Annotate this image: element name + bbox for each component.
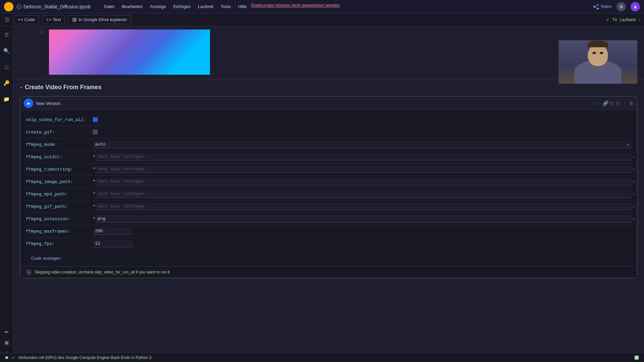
create-gif-label: create_gif:: [26, 130, 93, 135]
add-text-button[interactable]: + + Text: [42, 15, 65, 24]
notebook-title: Deforum_Stable_Diffusion.ipynb: [17, 4, 91, 9]
resize-handle-5[interactable]: ⇅: [632, 205, 635, 208]
content-area: [7] ▾ Create Video From Frames New Versi…: [13, 26, 644, 362]
sidebar-key-icon[interactable]: 🔑: [1, 78, 12, 88]
form-fields: skip_video_for_run_all: create_gif: ffmp…: [20, 110, 637, 253]
share-button[interactable]: Teilen: [593, 4, 612, 9]
ffmpeg-extension-prefix: ": [93, 217, 96, 222]
menu-laufzeit[interactable]: Laufzeit: [195, 3, 217, 10]
drive-copy-button[interactable]: In Google Drive kopieren: [68, 15, 131, 24]
menu-bar: Datei Bearbeiten Anzeige Einfügen Laufze…: [101, 3, 594, 10]
ffmpeg-image-path-input[interactable]: [96, 178, 632, 185]
menu-datei[interactable]: Datei: [101, 3, 118, 10]
ffmpeg-outdir-prefix: ": [93, 155, 96, 160]
ffmpeg-mode-select[interactable]: auto manual: [93, 141, 632, 148]
ffmpeg-mp4-path-label: ffmpeg_mp4_path:: [26, 192, 93, 197]
settings-icon[interactable]: ⚙: [616, 2, 626, 11]
run-button[interactable]: [24, 99, 33, 108]
field-ffmpeg-outdir: ffmpeg_outdir: " ⇅: [26, 152, 632, 162]
user-avatar[interactable]: a: [631, 2, 640, 11]
video-output-area: [7]: [13, 26, 644, 78]
show-code-link[interactable]: Code anzeigen: [26, 253, 66, 263]
resize-handle-4[interactable]: ⇅: [632, 192, 635, 196]
ffmpeg-fps-input[interactable]: [93, 240, 133, 247]
section-header: ▾ Create Video From Frames: [13, 79, 644, 94]
menu-anzeige[interactable]: Anzeige: [147, 3, 169, 10]
resize-handle-2[interactable]: ⇅: [632, 168, 635, 171]
field-ffmpeg-extension: ffmpeg_extension: " ⇅: [26, 214, 632, 224]
status-dot: [5, 356, 8, 359]
ffmpeg-image-path-prefix: ": [93, 179, 96, 184]
status-right-indicator: [635, 356, 639, 360]
resize-handle-6[interactable]: ⇅: [632, 217, 635, 221]
delete-cell-icon[interactable]: 🗑: [629, 101, 634, 106]
sidebar-search-icon[interactable]: 🔍: [1, 46, 12, 56]
resize-handle[interactable]: ⇅: [632, 155, 635, 159]
ffmpeg-maxframes-label: ffmpeg_maxframes:: [26, 229, 93, 234]
resize-handle-3[interactable]: ⇅: [632, 180, 635, 184]
cell-toolbar: ↑ ↓ 🔗 ⧉ ⚙ ⋮ 🗑: [594, 101, 634, 106]
field-ffmpeg-mp4-path: ffmpeg_mp4_path: " ⇅: [26, 189, 632, 199]
ffmpeg-maxframes-input[interactable]: [93, 228, 133, 235]
ffmpeg-gif-path-input[interactable]: [96, 203, 632, 210]
move-up-icon[interactable]: ↑: [594, 101, 596, 106]
field-ffmpeg-fps: ffmpeg_fps:: [26, 238, 632, 249]
output-message: ○ Skipping video creation, uncheck skip_…: [20, 266, 637, 278]
check-icon: [11, 355, 15, 360]
field-create-gif: create_gif:: [26, 127, 632, 137]
ffmpeg-gif-path-prefix: ": [93, 204, 96, 209]
cell-block: New Version ↑ ↓ 🔗 ⧉ ⚙ ⋮ 🗑 skip_video_for…: [20, 96, 637, 278]
ffmpeg-extension-label: ffmpeg_extension:: [26, 217, 93, 222]
svg-point-1: [7, 5, 10, 8]
show-code-container: Code anzeigen: [20, 253, 637, 266]
create-gif-checkbox[interactable]: [93, 130, 98, 134]
ffmpeg-outdir-label: ffmpeg_outdir:: [26, 155, 93, 160]
sidebar-expand-icon[interactable]: ⬅: [1, 326, 12, 337]
status-message: Verbunden mit (GPU) des Google Compute E…: [18, 355, 152, 360]
ffmpeg-timestring-label: ffmpeg_timestring:: [26, 167, 93, 172]
ffmpeg-outdir-input[interactable]: [96, 153, 632, 161]
collapse-section-button[interactable]: ▾: [20, 85, 22, 90]
cell-more-icon[interactable]: ⋮: [622, 101, 627, 106]
ffmpeg-mp4-path-prefix: ": [93, 192, 96, 197]
webcam-preview: [558, 40, 637, 84]
menu-einfuegen[interactable]: Einfügen: [170, 3, 194, 10]
sidebar: ☰ 🔍 {;} 🔑 📁 ⬅ ▣ ⚠: [0, 26, 13, 362]
unsaved-warning[interactable]: Änderungen können nicht gespeichert werd…: [251, 3, 593, 10]
field-ffmpeg-gif-path: ffmpeg_gif_path: " ⇅: [26, 201, 632, 212]
output-status-icon: ○: [26, 269, 32, 275]
sidebar-menu-icon[interactable]: ☰: [1, 29, 12, 40]
skip-video-checkbox[interactable]: [93, 117, 98, 122]
add-code-button[interactable]: + + Code: [13, 15, 39, 24]
ffmpeg-mode-select-wrapper: auto manual ▾: [93, 141, 632, 148]
ffmpeg-gif-path-label: ffmpeg_gif_path:: [26, 204, 93, 209]
field-ffmpeg-image-path: ffmpeg_image_path: " ⇅: [26, 176, 632, 187]
top-right: Teilen ⚙ a: [593, 2, 640, 11]
ffmpeg-mode-label: ffmpeg_mode:: [26, 142, 93, 147]
link-icon[interactable]: 🔗: [603, 101, 608, 106]
ffmpeg-timestring-input[interactable]: [96, 166, 632, 173]
menu-hilfe[interactable]: Hilfe: [235, 3, 250, 10]
sidebar-code-icon[interactable]: {;}: [1, 62, 12, 72]
hamburger-menu[interactable]: ☰: [3, 15, 11, 24]
ffmpeg-mp4-path-input[interactable]: [96, 190, 632, 198]
output-text: Skipping video creation, uncheck skip_vi…: [35, 270, 170, 275]
sidebar-terminal-icon[interactable]: ▣: [1, 337, 12, 348]
cell-version-label: New Version: [36, 101, 60, 106]
sidebar-files-icon[interactable]: 📁: [1, 94, 12, 105]
section-title: Create Video From Frames: [25, 84, 102, 91]
field-ffmpeg-timestring: ffmpeg_timestring: " ⇅: [26, 164, 632, 175]
field-ffmpeg-mode: ffmpeg_mode: auto manual ▾: [26, 139, 632, 150]
toolbar: ☰ + + Code + + Text In Google Drive kopi…: [0, 13, 644, 26]
menu-bearbeiten[interactable]: Bearbeiten: [118, 3, 146, 10]
ffmpeg-extension-input[interactable]: [96, 215, 632, 223]
field-ffmpeg-maxframes: ffmpeg_maxframes:: [26, 226, 632, 237]
menu-tools[interactable]: Tools: [217, 3, 234, 10]
main-layout: ☰ 🔍 {;} 🔑 📁 ⬅ ▣ ⚠ [7] ▾ Create Video Fro…: [0, 26, 644, 362]
status-bar: Verbunden mit (GPU) des Google Compute E…: [0, 353, 644, 362]
cell-settings-icon[interactable]: ⚙: [616, 101, 620, 106]
copy-cell-icon[interactable]: ⧉: [610, 101, 614, 106]
cell-header: New Version ↑ ↓ 🔗 ⧉ ⚙ ⋮ 🗑: [20, 97, 637, 110]
colab-logo[interactable]: [4, 2, 13, 11]
move-down-icon[interactable]: ↓: [598, 101, 601, 106]
